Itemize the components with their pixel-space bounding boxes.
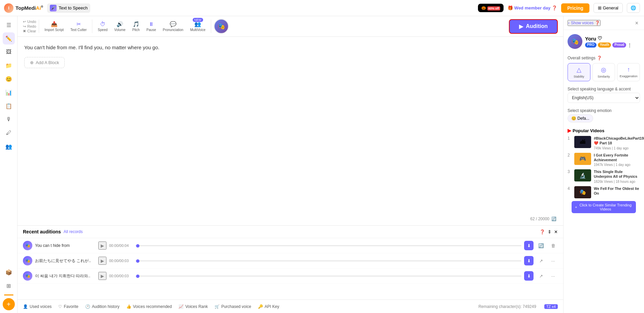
api-key-item[interactable]: 🔑 API Key [258,304,279,309]
all-records-link[interactable]: All records [64,229,83,234]
video-item-1[interactable]: 1 🏙 #BlackChicagoBeLikePart19 ❤️ Part 18… [568,136,640,150]
plus-icon: + [575,205,577,209]
similarity-setting[interactable]: ◎ Similarity [592,63,615,81]
image-icon: 🖼 [6,49,11,55]
video-num-2: 2 [568,153,572,158]
import-icon: 📥 [51,21,58,27]
pause-button[interactable]: ⏸ Pause [144,20,159,33]
progress-dot-1 [136,244,139,248]
sidebar-item-edit[interactable]: ✏️ [3,32,15,45]
voices-recommended-item[interactable]: 👍 Voices recommended [126,304,172,309]
add-block-button[interactable]: ⊕ Add A Block [24,57,65,68]
download-button-2[interactable]: ⬇ [524,256,534,265]
redo-button[interactable]: ↪ Redo [23,24,36,29]
halloween-button[interactable]: 🎃 60% off [478,4,504,12]
close-panel-button[interactable]: ✕ [554,229,558,234]
more-button-3[interactable]: ··· [548,271,558,281]
box-icon: 📦 [5,269,12,276]
progress-bar-1[interactable] [135,245,521,246]
download-button-3[interactable]: ⬇ [524,271,534,281]
sidebar-item-people[interactable]: 👥 [3,140,15,152]
text-cutter-button[interactable]: ✂ Text Cutter [68,20,89,33]
video-title-2: I Got Every Fortnite Achievement [594,153,640,163]
audition-button[interactable]: ▶ Audition [509,19,558,34]
favorite-icon: ♡ [58,304,62,309]
refresh-icon[interactable]: 🔄 [551,217,556,221]
share-button-3[interactable]: ↗ [536,271,546,281]
video-item-4[interactable]: 4 🎭 We Fell For The Oldest lie On [568,186,640,198]
video-item-3[interactable]: 3 🔬 This Single Rule Underpins All of Ph… [568,169,640,183]
chevron-left-icon: ‹ [568,21,570,25]
sidebar-item-chart[interactable]: 📊 [3,86,15,98]
play-button-1[interactable]: ▶ [98,241,106,250]
share-button-2[interactable]: ↗ [536,256,546,265]
volume-button[interactable]: 🔊 Volume [111,20,128,33]
mic-icon: 🎙 [6,116,11,122]
sidebar-item-face[interactable]: 😊 [3,73,15,85]
sidebar-item-home[interactable]: ☰ [3,19,15,31]
more-button-2[interactable]: ··· [548,256,558,265]
voice-avatar-toolbar[interactable]: 🎭 [214,19,229,34]
used-voices-item[interactable]: 👤 Used voices [23,304,52,309]
progress-bar-3[interactable] [135,276,521,277]
sidebar-item-grid[interactable]: ⊞ [3,280,15,292]
download-button-1[interactable]: ⬇ [524,241,534,250]
close-sidebar-button[interactable]: ✕ [633,20,640,26]
speed-button[interactable]: ⏱ Speed [95,20,110,33]
voice-avatar: 🎭 [568,34,582,49]
audition-history-item[interactable]: 🕐 Audition history [85,304,120,309]
move-icon[interactable]: ⇕ [548,229,551,234]
undo-redo-group: ↩ Undo ↪ Redo ✖ Clear [23,20,36,33]
pitch-button[interactable]: 🎵 Pitch [130,20,142,33]
help-icon[interactable]: ❓ [540,229,545,234]
editor-area: You can't hide from me. I'll find you, n… [18,37,563,225]
editor-text[interactable]: You can't hide from me. I'll find you, n… [24,44,556,52]
sidebar-item-pen[interactable]: 🖊 [3,127,15,139]
plus-icon: ⊕ [30,60,34,65]
pronunciation-button[interactable]: 💬 Pronunciation [160,20,186,33]
multivoice-button[interactable]: NEW 👥 MultiVoice [187,20,208,33]
sidebar-item-box[interactable]: 📦 [3,266,15,278]
progress-bar-2[interactable] [135,260,521,261]
exaggeration-setting[interactable]: ↑ Exaggeration [617,63,640,81]
stability-setting[interactable]: △ Stability [568,63,590,81]
rank-icon: 📈 [179,304,184,309]
import-script-button[interactable]: 📥 Import Script [42,20,66,33]
chart-icon: 📊 [5,89,12,96]
play-button-3[interactable]: ▶ [98,272,106,280]
sidebar-item-image[interactable]: 🖼 [3,46,15,58]
delete-button-1[interactable]: 🗑 [548,241,558,250]
wed-member: 🎁 Wed member day ❓ [508,5,557,10]
more-tags-icon[interactable]: ⋮ [627,42,632,48]
clear-button[interactable]: ✖ Clear [23,29,36,33]
toolbar-divider-1 [39,20,39,33]
emotion-button[interactable]: 😊 Defa... [568,114,593,122]
play-button-2[interactable]: ▶ [98,257,106,265]
video-item-2[interactable]: 2 🎮 I Got Every Fortnite Achievement 194… [568,153,640,167]
pause-icon: ⏸ [149,21,154,27]
halloween-badge-text: 60% off [487,6,500,10]
language-dropdown[interactable]: English(US) [568,93,640,103]
sidebar-item-folder[interactable]: 📁 [3,59,15,72]
stability-icon: △ [577,66,581,74]
pricing-button[interactable]: Pricing [561,3,589,13]
globe-button[interactable]: 🌐 [627,3,640,13]
heart-icon[interactable]: ♡ [598,35,602,41]
audit-actions-3: ⬇ ↗ ··· [524,271,558,281]
create-similar-button[interactable]: + Click to Create Similar Trending Video… [572,201,636,213]
sidebar-item-list[interactable]: 📋 [3,100,15,112]
used-voices-icon: 👤 [23,304,28,309]
sidebar-add-button[interactable]: + [3,298,15,310]
show-voices-button[interactable]: ‹ Show voices ❓ [568,20,601,26]
purchased-voice-item[interactable]: 🛒 Purchased voice [215,304,251,309]
voices-rank-item[interactable]: 📈 Voices Rank [179,304,208,309]
youtube-icon: ▶ [568,128,571,133]
sidebar-item-mic[interactable]: 🎙 [3,113,15,125]
retry-button-1[interactable]: 🔄 [536,241,546,250]
volume-icon: 🔊 [117,21,123,27]
video-title-4: We Fell For The Oldest lie On [594,186,640,196]
recent-title: Recent auditions [23,229,61,234]
undo-button[interactable]: ↩ Undo [23,20,36,24]
favorite-item[interactable]: ♡ Favorite [58,304,78,309]
general-button[interactable]: ⊞ General [593,3,623,13]
